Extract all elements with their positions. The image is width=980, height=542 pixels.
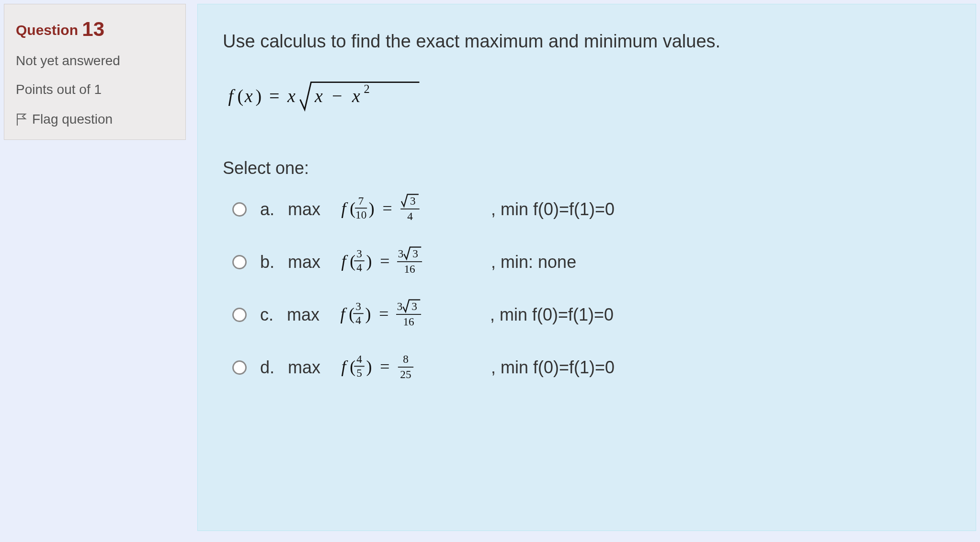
answer-option-b[interactable]: b. max f ( 3 4 ) = 3 3 16 , min: none <box>223 245 953 279</box>
option-letter: c. <box>260 305 273 325</box>
answer-option-c[interactable]: c. max f ( 3 4 ) = 3 3 16 , min f(0)=f(1… <box>223 298 953 332</box>
svg-text:5: 5 <box>356 367 362 379</box>
svg-text:7: 7 <box>358 195 364 207</box>
option-math: f ( 3 4 ) = 3 3 16 <box>333 298 477 332</box>
svg-text:=: = <box>269 86 279 106</box>
option-math: f ( 7 10 ) = 3 4 <box>334 193 478 226</box>
svg-text:25: 25 <box>400 368 411 381</box>
svg-text:(: ( <box>350 199 355 218</box>
radio-d[interactable] <box>232 360 247 375</box>
svg-text:4: 4 <box>356 261 362 274</box>
svg-text:x: x <box>287 86 296 106</box>
svg-text:x: x <box>314 86 323 106</box>
svg-text:4: 4 <box>356 353 362 365</box>
option-tail: , min f(0)=f(1)=0 <box>491 199 615 219</box>
svg-text:3: 3 <box>412 247 418 260</box>
question-number: 13 <box>82 18 104 40</box>
answer-option-a[interactable]: a. max f ( 7 10 ) = 3 4 , min f(0)=f(1) <box>223 193 953 226</box>
flag-question-button[interactable]: Flag question <box>16 112 174 127</box>
answer-option-d[interactable]: d. max f ( 4 5 ) = 8 25 , min f(0)=f(1)=… <box>223 351 953 384</box>
svg-text:=: = <box>380 357 389 376</box>
option-tail: , min f(0)=f(1)=0 <box>491 357 615 378</box>
svg-text:x: x <box>244 86 253 106</box>
svg-text:=: = <box>379 304 388 323</box>
option-letter: b. <box>260 252 274 272</box>
svg-text:f: f <box>341 199 348 218</box>
svg-text:): ) <box>256 86 262 106</box>
svg-text:): ) <box>366 357 372 376</box>
svg-text:4: 4 <box>355 314 361 326</box>
svg-text:): ) <box>365 304 371 323</box>
svg-text:16: 16 <box>404 263 415 275</box>
svg-text:f: f <box>228 86 236 106</box>
option-prefix: max <box>288 252 320 272</box>
option-prefix: max <box>288 357 320 378</box>
option-letter: d. <box>260 357 274 378</box>
svg-text:f: f <box>341 252 348 271</box>
question-info-panel: Question 13 Not yet answered Points out … <box>4 4 186 140</box>
svg-text:10: 10 <box>355 208 366 221</box>
question-points: Points out of 1 <box>16 82 174 97</box>
option-math: f ( 4 5 ) = 8 25 <box>334 351 478 384</box>
radio-c[interactable] <box>232 308 247 322</box>
svg-text:3: 3 <box>355 300 361 312</box>
question-prompt: Use calculus to find the exact maximum a… <box>223 31 953 52</box>
radio-b[interactable] <box>232 255 247 269</box>
question-content-panel: Use calculus to find the exact maximum a… <box>197 4 976 531</box>
svg-text:=: = <box>383 199 392 218</box>
question-formula: f ( x ) = x x − x 2 <box>223 79 953 117</box>
svg-text:16: 16 <box>403 315 414 328</box>
svg-text:3: 3 <box>411 300 417 312</box>
svg-text:−: − <box>332 86 342 106</box>
question-header: Question 13 <box>16 18 174 41</box>
svg-text:): ) <box>369 199 375 218</box>
svg-text:f: f <box>340 304 347 323</box>
flag-icon <box>16 113 27 126</box>
svg-text:3: 3 <box>356 247 362 260</box>
svg-text:(: ( <box>238 86 244 106</box>
svg-text:): ) <box>366 252 372 271</box>
option-prefix: max <box>288 199 320 219</box>
option-letter: a. <box>260 199 274 219</box>
svg-text:4: 4 <box>407 210 413 222</box>
option-tail: , min f(0)=f(1)=0 <box>490 305 614 325</box>
question-status: Not yet answered <box>16 53 174 69</box>
svg-text:3: 3 <box>410 195 416 207</box>
radio-a[interactable] <box>232 202 247 217</box>
svg-text:2: 2 <box>364 82 370 95</box>
option-prefix: max <box>287 305 319 325</box>
svg-text:f: f <box>341 357 348 376</box>
select-one-label: Select one: <box>223 158 953 178</box>
svg-text:x: x <box>352 86 360 106</box>
flag-label: Flag question <box>32 112 113 127</box>
option-math: f ( 3 4 ) = 3 3 16 <box>334 245 478 279</box>
svg-text:3: 3 <box>398 247 404 260</box>
svg-text:=: = <box>380 252 389 271</box>
svg-text:8: 8 <box>403 353 409 365</box>
option-tail: , min: none <box>491 252 576 272</box>
question-label: Question <box>16 22 78 38</box>
svg-text:3: 3 <box>397 300 403 312</box>
